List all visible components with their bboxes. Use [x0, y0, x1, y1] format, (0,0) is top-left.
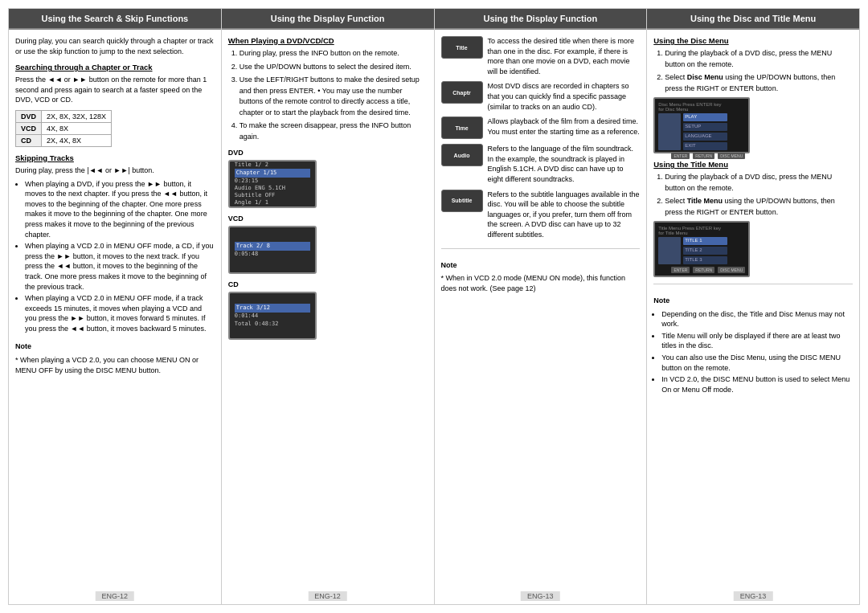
table-cell-cd-label: CD [16, 134, 42, 146]
icon-row-audio: Audio Refers to the language of the film… [441, 144, 641, 184]
col1-footer: ENG-12 [96, 591, 135, 601]
list-item: Title Menu will only be displayed if the… [661, 331, 853, 351]
col4-title-menu-steps: During the playback of a DVD disc, press… [653, 172, 853, 218]
list-item: Select Title Menu using the UP/DOWN butt… [665, 196, 853, 218]
column-display-function-2: Using the Display Function Title To acce… [435, 8, 648, 605]
table-cell-dvd-label: DVD [16, 110, 42, 122]
col1-skipping-bullets: When playing a DVD, if you press the ►► … [15, 179, 215, 334]
table-row: VCD 4X, 8X [16, 122, 112, 134]
chapter-desc: Most DVD discs are recorded in chapters … [488, 81, 641, 112]
list-item: Use the UP/DOWN buttons to select the de… [240, 62, 428, 73]
dvd-device-label: DVD [228, 149, 428, 157]
column-display-function-1: Using the Display Function When Playing … [222, 8, 435, 605]
time-desc: Allows playback of the film from a desir… [488, 116, 641, 137]
col4-disc-menu-title: Using the Disc Menu [653, 36, 853, 45]
title-desc: To access the desired title when there i… [488, 36, 641, 76]
col4-title-menu-title: Using the Title Menu [653, 160, 853, 169]
col2-dvd-play-title: When Playing a DVD/VCD/CD [228, 36, 428, 45]
subtitle-desc: Refers to the subtitle languages availab… [488, 190, 641, 240]
col2-steps: During play, press the INFO button on th… [228, 48, 428, 142]
list-item: When playing a VCD 2.0 in MENU OFF mode,… [25, 241, 215, 292]
audio-icon: Audio [441, 144, 483, 166]
col1-searching-body: Press the ◄◄ or ►► button on the remote … [15, 75, 215, 105]
icon-row-time: Time Allows playback of the film from a … [441, 116, 641, 139]
col4-footer: ENG-13 [734, 591, 773, 601]
column-search-skip: Using the Search & Skip Functions During… [8, 8, 222, 605]
col3-header: Using the Display Function [435, 9, 647, 30]
speed-table: DVD 2X, 8X, 32X, 128X VCD 4X, 8X CD 2X, … [15, 110, 112, 147]
subtitle-icon: Subtitle [441, 190, 483, 212]
list-item: During the playback of a DVD disc, press… [665, 172, 853, 194]
col4-disc-menu-steps: During the playback of a DVD disc, press… [653, 48, 853, 94]
col1-note-label: Note [15, 341, 215, 352]
column-disc-title-menu: Using the Disc and Title Menu Using the … [647, 8, 860, 605]
table-cell-vcd-label: VCD [16, 122, 42, 134]
audio-desc: Refers to the language of the film sound… [488, 144, 641, 184]
col2-header: Using the Display Function [222, 9, 434, 30]
list-item: Depending on the disc, the Title and Dis… [661, 309, 853, 329]
icon-row-chapter: Chaptr Most DVD discs are recorded in ch… [441, 81, 641, 112]
icon-row-title: Title To access the desired title when t… [441, 36, 641, 76]
disc-menu-label: Disc Menu [687, 73, 723, 81]
col2-footer: ENG-12 [308, 591, 347, 601]
col1-intro: During play, you can search quickly thro… [15, 36, 215, 56]
col3-note-label: Note [441, 260, 641, 271]
col4-note-bullets: Depending on the disc, the Title and Dis… [653, 309, 853, 395]
list-item: During play, press the INFO button on th… [240, 48, 428, 59]
cd-screen: Track 3/12 0:01:44 Total 0:48:32 [228, 292, 317, 340]
disc-menu-screenshot: Disc Menu Press ENTER keyfor Disc Menu P… [653, 97, 750, 153]
title-menu-screenshot: Title Menu Press ENTER keyfor Title Menu… [653, 221, 750, 277]
list-item: When playing a VCD 2.0 in MENU OFF mode,… [25, 293, 215, 333]
list-item: You can also use the Disc Menu, using th… [661, 353, 853, 373]
col1-skipping-body: During play, press the |◄◄ or ►►| button… [15, 166, 215, 176]
vcd-device-label: VCD [228, 215, 428, 223]
col3-note-text: * When in VCD 2.0 mode (MENU ON mode), t… [441, 273, 641, 293]
col1-note-text: * When playing a VCD 2.0, you can choose… [15, 355, 215, 375]
col1-searching-title: Searching through a Chapter or Track [15, 63, 215, 72]
table-row: DVD 2X, 8X, 32X, 128X [16, 110, 112, 122]
list-item: Use the LEFT/RIGHT buttons to make the d… [240, 75, 428, 118]
col3-footer: ENG-13 [521, 591, 560, 601]
vcd-screen: Track 2/ 8 0:05:48 [228, 226, 317, 274]
cd-device-label: CD [228, 280, 428, 288]
icon-row-subtitle: Subtitle Refers to the subtitle language… [441, 190, 641, 240]
table-cell-dvd-value: 2X, 8X, 32X, 128X [42, 110, 112, 122]
dvd-screen: Title 1/ 2 Chapter 1/15 0:23:15 Audio EN… [228, 160, 317, 208]
time-icon: Time [441, 116, 483, 139]
list-item: In VCD 2.0, the DISC MENU button is used… [661, 374, 853, 394]
title-icon: Title [441, 36, 483, 59]
list-item: When playing a DVD, if you press the ►► … [25, 179, 215, 240]
col1-header: Using the Search & Skip Functions [9, 9, 221, 30]
chapter-icon: Chaptr [441, 81, 483, 104]
list-item: To make the screen disappear, press the … [240, 121, 428, 142]
col4-note-label: Note [653, 296, 853, 306]
title-menu-label: Title Menu [687, 197, 723, 205]
table-cell-cd-value: 2X, 4X, 8X [42, 134, 112, 146]
col4-header: Using the Disc and Title Menu [647, 9, 859, 30]
table-row: CD 2X, 4X, 8X [16, 134, 112, 146]
list-item: During the playback of a DVD disc, press… [665, 48, 853, 70]
table-cell-vcd-value: 4X, 8X [42, 122, 112, 134]
col1-skipping-title: Skipping Tracks [15, 153, 215, 162]
list-item: Select Disc Menu using the UP/DOWN butto… [665, 72, 853, 94]
